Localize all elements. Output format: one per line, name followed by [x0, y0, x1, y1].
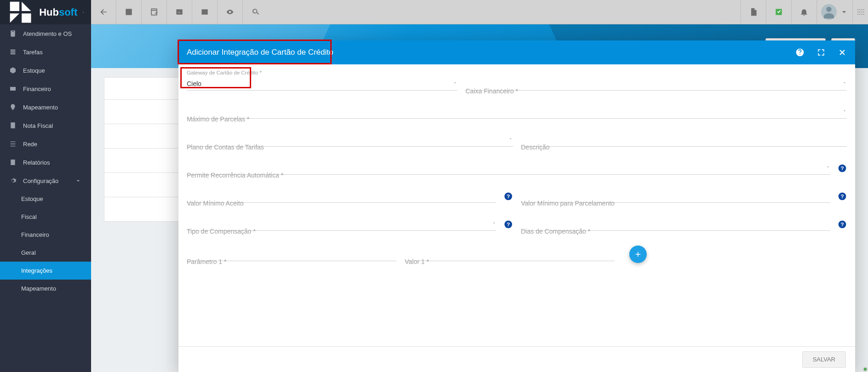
- plano-contas-select[interactable]: Plano de Contas de Tarifas: [187, 133, 513, 147]
- visibility-button[interactable]: [218, 0, 243, 24]
- dialog: Adicionar Integração de Cartão de Crédit…: [178, 40, 855, 372]
- sidebar-sub-fiscal[interactable]: Fiscal: [0, 208, 91, 226]
- fullscreen-icon[interactable]: [816, 48, 826, 57]
- caret-down-icon: [842, 107, 847, 114]
- grid-menu[interactable]: [852, 0, 868, 24]
- brand-soft: soft: [59, 6, 77, 18]
- field-label: Parâmetro 1 *: [187, 258, 226, 265]
- sidebar-sub-financeiro[interactable]: Financeiro: [0, 226, 91, 244]
- sidebar: Hubsoft Atendimento e OS Tarefas Estoque…: [0, 0, 91, 372]
- recorrencia-select[interactable]: Permite Recorrência Automática *: [187, 161, 830, 175]
- chevron-down-icon: [75, 177, 82, 184]
- svg-text:?: ?: [840, 165, 844, 171]
- sidebar-sub-geral[interactable]: Geral: [0, 244, 91, 262]
- logo-icon: [6, 0, 34, 26]
- close-icon[interactable]: [838, 48, 847, 57]
- notifications-button[interactable]: [791, 0, 816, 24]
- calendar-icon: [149, 7, 159, 17]
- sidebar-item-estoque[interactable]: Estoque: [0, 61, 91, 80]
- back-button[interactable]: [91, 0, 116, 24]
- pdf-button[interactable]: [741, 0, 766, 24]
- avatar: [821, 4, 837, 20]
- calendar-button[interactable]: [142, 0, 167, 24]
- help-icon[interactable]: ?: [838, 220, 847, 229]
- task-icon: [9, 48, 17, 56]
- caixa-financeiro-select[interactable]: Caixa Financeiro *: [466, 77, 847, 91]
- help-icon[interactable]: ?: [838, 192, 847, 201]
- gateway-select[interactable]: Gateway de Cartão de Crédito * Cielo: [187, 70, 457, 91]
- help-icon[interactable]: ?: [504, 220, 513, 229]
- sidebar-item-label: Configuração: [23, 177, 58, 184]
- max-parcelas-select[interactable]: Máximo de Parcelas *: [187, 105, 847, 119]
- contacts-button[interactable]: [116, 0, 142, 24]
- dialog-title: Adicionar Integração de Cartão de Crédit…: [187, 48, 333, 57]
- sidebar-sub-estoque[interactable]: Estoque: [0, 190, 91, 208]
- collapse-icon[interactable]: [82, 9, 85, 16]
- help-icon[interactable]: [795, 48, 805, 57]
- sidebar-sub-label: Estoque: [21, 195, 43, 202]
- field-label: Plano de Contas de Tarifas: [187, 143, 264, 151]
- field-label: Valor 1 *: [405, 258, 429, 265]
- field-label: Dias de Compensação *: [521, 228, 591, 235]
- search-button[interactable]: [243, 0, 268, 24]
- field-label: Permite Recorrência Automática *: [187, 172, 283, 179]
- presence-dot: [863, 367, 868, 372]
- sidebar-sub-label: Financeiro: [21, 231, 49, 238]
- valor-minimo-input[interactable]: Valor Mínimo Aceito: [187, 189, 496, 203]
- terminal-icon: [200, 7, 209, 17]
- tasks-button[interactable]: [766, 0, 791, 24]
- arrow-left-icon: [99, 7, 108, 17]
- dollar-icon: [175, 7, 184, 17]
- field-value: Cielo: [187, 80, 201, 87]
- valor-minimo-parcelamento-input[interactable]: Valor Mínimo para Parcelamento: [521, 189, 831, 203]
- dias-compensacao-input[interactable]: Dias de Compensação *: [521, 217, 831, 231]
- valor-1-input[interactable]: Valor 1 *: [405, 248, 615, 261]
- logo: Hubsoft: [0, 0, 91, 24]
- avatar-icon: [821, 4, 837, 20]
- sidebar-item-label: Atendimento e OS: [23, 30, 72, 37]
- dialog-body: Gateway de Cartão de Crédito * Cielo Cai…: [178, 64, 855, 346]
- terminal-button[interactable]: [192, 0, 218, 24]
- field-label: Caixa Financeiro *: [466, 87, 518, 95]
- svg-text:?: ?: [840, 193, 844, 199]
- file-pdf-icon: [749, 7, 758, 17]
- svg-text:?: ?: [506, 193, 510, 199]
- bell-icon: [799, 7, 809, 17]
- topbar: [91, 0, 868, 24]
- sidebar-item-label: Financeiro: [23, 86, 51, 92]
- sidebar-sub-integracoes[interactable]: Integrações: [0, 262, 91, 280]
- field-label: Valor Mínimo Aceito: [187, 200, 243, 207]
- sidebar-item-tarefas[interactable]: Tarefas: [0, 43, 91, 61]
- sidebar-item-relatorios[interactable]: Relatórios: [0, 153, 91, 172]
- sidebar-item-configuracao[interactable]: Configuração: [0, 172, 91, 190]
- pin-icon: [9, 103, 17, 111]
- sidebar-item-label: Mapeamento: [23, 104, 58, 111]
- caret-down-icon: [453, 79, 457, 86]
- sidebar-item-financeiro[interactable]: Financeiro: [0, 80, 91, 98]
- sidebar-item-label: Rede: [23, 141, 37, 148]
- sidebar-sub-mapeamento[interactable]: Mapeamento: [0, 280, 91, 298]
- field-label: Máximo de Parcelas *: [187, 115, 249, 123]
- sidebar-item-label: Nota Fiscal: [23, 122, 53, 129]
- sidebar-item-atendimento[interactable]: Atendimento e OS: [0, 24, 91, 43]
- money-icon: [9, 85, 17, 92]
- sidebar-item-mapeamento[interactable]: Mapeamento: [0, 98, 91, 116]
- eye-icon: [225, 7, 235, 17]
- parametro-1-input[interactable]: Parâmetro 1 *: [187, 248, 397, 261]
- save-button[interactable]: SALVAR: [802, 351, 846, 368]
- descricao-input[interactable]: Descrição: [521, 133, 847, 147]
- help-icon[interactable]: ?: [838, 164, 847, 173]
- tipo-compensacao-select[interactable]: Tipo de Compensação *: [187, 217, 496, 231]
- sidebar-item-rede[interactable]: Rede: [0, 135, 91, 153]
- person-icon: [124, 7, 133, 17]
- add-parameter-button[interactable]: [629, 246, 647, 263]
- help-icon[interactable]: ?: [504, 192, 513, 201]
- svg-text:?: ?: [840, 221, 844, 227]
- plus-icon: [634, 250, 642, 258]
- brand-hub: Hub: [39, 6, 59, 18]
- profile-menu[interactable]: [816, 0, 852, 24]
- payment-button[interactable]: [167, 0, 192, 24]
- sidebar-item-label: Tarefas: [23, 49, 43, 56]
- sidebar-item-nota-fiscal[interactable]: Nota Fiscal: [0, 116, 91, 135]
- gear-icon: [9, 177, 17, 184]
